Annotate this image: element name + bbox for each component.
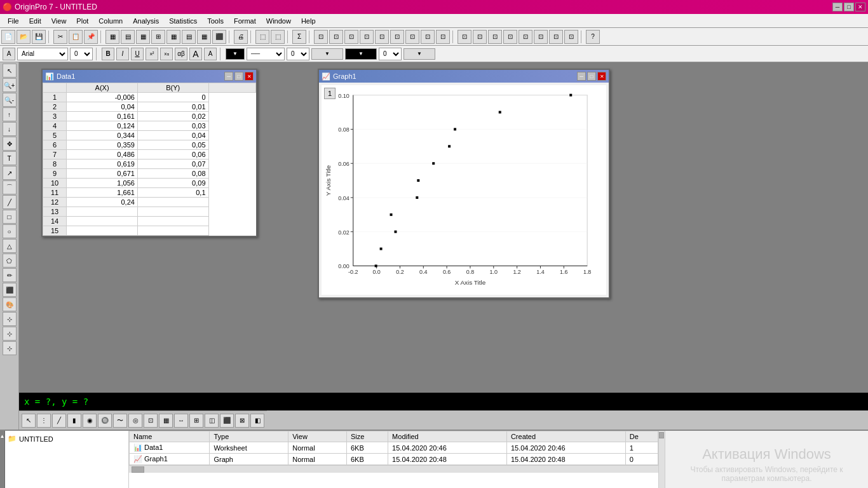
tb-btn25[interactable]: ⊡ [488, 30, 502, 44]
table-row[interactable]: 6 0,359 0,05 [43, 140, 256, 150]
lt-arrow[interactable]: ↗ [3, 166, 17, 180]
font-size-select[interactable]: 0 [70, 48, 93, 60]
line-width-select[interactable]: 0 [287, 48, 309, 60]
bold-button[interactable]: B [102, 48, 114, 60]
table-row[interactable]: 2 0,04 0,01 [43, 102, 256, 112]
tb-btn6[interactable]: ⊞ [151, 30, 165, 44]
file-hscrollbar[interactable] [129, 465, 658, 473]
lt-move-up[interactable]: ↑ [3, 107, 17, 121]
font-size-up[interactable]: A [189, 48, 202, 60]
cell-a[interactable]: -0,006 [67, 93, 138, 102]
tb-btn24[interactable]: ⊡ [473, 30, 487, 44]
menu-help[interactable]: Help [296, 16, 321, 26]
tb-btn10[interactable]: ⬛ [212, 30, 226, 44]
tb-btn9[interactable]: ▦ [197, 30, 211, 44]
lt-rect[interactable]: □ [3, 210, 17, 224]
tb-btn21[interactable]: ⊡ [421, 30, 435, 44]
font-size-down[interactable]: A [204, 48, 217, 60]
cell-a[interactable]: 0,344 [67, 131, 138, 140]
cell-b[interactable]: 0,01 [137, 102, 208, 112]
file-col-modified[interactable]: Modified [388, 431, 507, 442]
tb-btn12[interactable]: ⬚ [271, 30, 285, 44]
table-row[interactable]: 1 -0,006 0 [43, 93, 256, 102]
tb-paste[interactable]: 📌 [84, 30, 98, 44]
tb-btn16[interactable]: ⊡ [344, 30, 358, 44]
color-swatch-fill[interactable]: ▼ [345, 48, 377, 60]
tree-root[interactable]: 📁 UNTITLED [8, 433, 126, 444]
cell-b[interactable] [137, 207, 208, 217]
bt-btn5[interactable]: ◉ [83, 414, 97, 428]
file-name[interactable]: 📈 Graph1 [130, 454, 210, 465]
color-swatch-extra[interactable]: ▼ [403, 48, 435, 60]
cell-b[interactable]: 0,06 [137, 150, 208, 159]
list-item[interactable]: 📈 Graph1 Graph Normal 6KB 15.04.2020 20:… [130, 454, 658, 465]
bt-btn2[interactable]: ⋮ [37, 414, 51, 428]
cell-a[interactable]: 0,24 [67, 198, 138, 207]
cell-a[interactable] [67, 217, 138, 226]
table-row[interactable]: 12 0,24 [43, 198, 256, 207]
table-row[interactable]: 3 0,161 0,02 [43, 112, 256, 121]
lt-curve[interactable]: ⌒ [3, 180, 17, 194]
cell-b[interactable]: 0,02 [137, 112, 208, 121]
tb-btn28[interactable]: ⊡ [534, 30, 548, 44]
minimize-button[interactable]: ─ [832, 3, 843, 11]
tb-btn30[interactable]: ⊡ [564, 30, 578, 44]
lt-text[interactable]: T [3, 151, 17, 165]
cell-b[interactable]: 0,08 [137, 169, 208, 179]
bt-btn12[interactable]: ⊞ [189, 414, 203, 428]
lt-zoom-in[interactable]: 🔍+ [3, 78, 17, 92]
table-row[interactable]: 5 0,344 0,04 [43, 131, 256, 140]
tb-copy[interactable]: 📋 [69, 30, 83, 44]
tb-open[interactable]: 📂 [17, 30, 31, 44]
menu-window[interactable]: Window [261, 16, 296, 26]
cell-b[interactable]: 0 [137, 93, 208, 102]
table-row[interactable]: 11 1,661 0,1 [43, 188, 256, 198]
bt-btn15[interactable]: ⊠ [235, 414, 249, 428]
lt-move[interactable]: ✥ [3, 137, 17, 151]
cell-b[interactable]: 0,07 [137, 159, 208, 169]
file-col-type[interactable]: Type [210, 431, 288, 442]
lt-zoom-out[interactable]: 🔍- [3, 93, 17, 107]
tb-btn8[interactable]: ▤ [182, 30, 196, 44]
lt-line[interactable]: ╱ [3, 195, 17, 209]
cell-a[interactable]: 0,671 [67, 169, 138, 179]
data-maximize-btn[interactable]: □ [234, 72, 243, 81]
cell-b[interactable] [137, 217, 208, 226]
table-row[interactable]: 4 0,124 0,03 [43, 121, 256, 131]
table-row[interactable]: 10 1,056 0,09 [43, 179, 256, 188]
file-col-view[interactable]: View [288, 431, 347, 442]
tb-btn29[interactable]: ⊡ [549, 30, 563, 44]
font-select[interactable]: Arial [17, 48, 68, 60]
menu-file[interactable]: File [3, 16, 24, 26]
col-header-b[interactable]: B(Y) [137, 83, 208, 93]
tb-btn19[interactable]: ⊡ [390, 30, 404, 44]
file-name[interactable]: 📊 Data1 [130, 442, 210, 454]
extra-select[interactable]: 0 [379, 48, 402, 60]
lt-move-down[interactable]: ↓ [3, 122, 17, 136]
cell-a[interactable]: 1,056 [67, 179, 138, 188]
subscript-button[interactable]: x₂ [160, 48, 173, 60]
cell-b[interactable]: 0,04 [137, 131, 208, 140]
menu-column[interactable]: Column [93, 16, 128, 26]
cell-a[interactable]: 0,04 [67, 102, 138, 112]
superscript-button[interactable]: x² [146, 48, 158, 60]
file-col-size[interactable]: Size [346, 431, 388, 442]
lt-region[interactable]: ⬛ [3, 283, 17, 297]
bt-btn4[interactable]: ▮ [67, 414, 81, 428]
lt-circle[interactable]: ○ [3, 224, 17, 238]
vscroll-thumb[interactable] [659, 432, 664, 438]
menu-analysis[interactable]: Analysis [128, 16, 164, 26]
bt-btn7[interactable]: 〜 [113, 414, 127, 428]
data-minimize-btn[interactable]: ─ [224, 72, 233, 81]
data-table-scroll[interactable]: A(X) B(Y) 1 -0,006 0 2 0,04 0,01 3 0,161… [43, 83, 256, 236]
tb-btn18[interactable]: ⊡ [375, 30, 389, 44]
close-button[interactable]: ✕ [855, 3, 865, 11]
color-swatch-line[interactable]: ▼ [311, 48, 343, 60]
bt-btn9[interactable]: ⊡ [144, 414, 158, 428]
underline-button[interactable]: U [131, 48, 144, 60]
tb-btn4[interactable]: ▤ [121, 30, 135, 44]
menu-format[interactable]: Format [229, 16, 261, 26]
bt-btn13[interactable]: ◫ [205, 414, 219, 428]
cell-a[interactable]: 0,486 [67, 150, 138, 159]
list-item[interactable]: 📊 Data1 Worksheet Normal 6KB 15.04.2020 … [130, 442, 658, 454]
